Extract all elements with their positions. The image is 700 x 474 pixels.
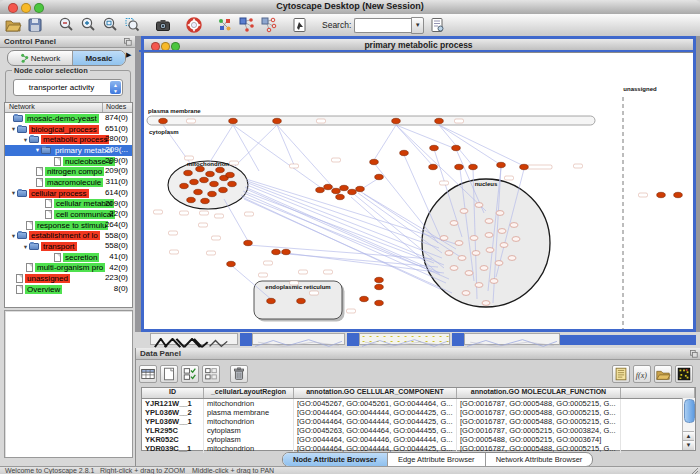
graph-node[interactable]	[267, 298, 276, 303]
tab-edge-attribute-browser[interactable]: Edge Attribute Browser	[388, 453, 486, 466]
table-column-header[interactable]: _cellularLayoutRegion	[204, 388, 294, 398]
tree-row[interactable]: ▼cellular process614(0)	[5, 188, 132, 199]
tree-row[interactable]: unassigned223(0)	[5, 273, 132, 284]
graph-node-unhighlighted[interactable]	[440, 236, 448, 241]
table-cell[interactable]: [GO:0044464, GO:0044446, GO:0044444, G..…	[294, 435, 457, 444]
graph-node-unhighlighted[interactable]	[495, 261, 503, 266]
graph-node[interactable]	[190, 179, 199, 184]
table-cell[interactable]: plasma membrane	[204, 408, 294, 417]
table-scrollbar[interactable]: ▲ ▼	[682, 398, 695, 450]
help-lifebuoy-icon[interactable]	[185, 16, 203, 34]
graph-node[interactable]	[348, 189, 357, 194]
resize-grip-icon[interactable]	[691, 467, 699, 474]
tree-expander-icon[interactable]: ▼	[34, 147, 41, 153]
graph-node[interactable]	[282, 249, 291, 254]
graph-node-unhighlighted[interactable]	[485, 233, 493, 238]
graph-node-unhighlighted[interactable]	[512, 237, 520, 242]
graph-node[interactable]	[210, 181, 219, 186]
tree-expander-icon[interactable]: ▼	[10, 233, 17, 239]
graph-node-unhighlighted[interactable]	[458, 256, 466, 261]
table-cell[interactable]: [GO:0016787, GO:0005488, GO:0005215, G..…	[457, 408, 621, 417]
background-mini-window[interactable]	[464, 333, 560, 345]
tree-row[interactable]: mosaic-demo-yeast874(0)	[5, 113, 132, 124]
graph-node[interactable]	[201, 198, 210, 203]
vizmapper-icon[interactable]	[216, 16, 234, 34]
heatmap-icon[interactable]	[675, 365, 693, 383]
graph-node[interactable]	[196, 166, 205, 171]
table-cell[interactable]: [GO:0005488, GO:0005215, GO:0003674]	[457, 435, 621, 444]
tab-node-attribute-browser[interactable]: Node Attribute Browser	[283, 453, 388, 466]
table-row[interactable]: YPL036W__1mitochondrion[GO:0044464, GO:0…	[142, 417, 695, 426]
graph-node[interactable]	[356, 186, 365, 191]
table-cell[interactable]: YPL036W__2	[142, 408, 204, 417]
graph-node-unhighlighted[interactable]	[450, 266, 458, 271]
tab-network[interactable]: Network	[8, 51, 73, 65]
table-cell[interactable]: [GO:0016787, GO:0005488, GO:0005215, G..…	[457, 417, 621, 426]
graph-node[interactable]	[497, 162, 506, 167]
graph-node[interactable]	[370, 159, 379, 164]
search-input[interactable]	[354, 18, 411, 33]
graph-node[interactable]	[336, 194, 345, 199]
graph-node[interactable]	[187, 197, 196, 202]
graph-node-unhighlighted[interactable]	[482, 301, 490, 306]
float-panel-icon[interactable]	[124, 38, 132, 46]
batch-editor-icon[interactable]	[612, 365, 630, 383]
tree-row[interactable]: secretion41(0)	[5, 252, 132, 263]
graph-node-unhighlighted[interactable]	[455, 241, 463, 246]
tree-expander-icon[interactable]: ▼	[22, 137, 29, 143]
scroll-down-icon[interactable]: ▼	[683, 440, 694, 450]
graph-node[interactable]	[375, 277, 384, 282]
tree-row[interactable]: ▼biological_process651(0)	[5, 124, 132, 135]
table-cell[interactable]: YKR052C	[142, 435, 204, 444]
table-row[interactable]: YKR052Ccytoplasm[GO:0044464, GO:0044446,…	[142, 435, 695, 444]
background-mini-window[interactable]	[150, 333, 238, 345]
tree-row[interactable]: ▼transport558(0)	[5, 241, 132, 252]
background-mini-window[interactable]	[359, 333, 450, 345]
zoom-selected-region-icon[interactable]	[123, 16, 141, 34]
search-dropdown-arrow-icon[interactable]: ▼	[411, 17, 424, 34]
graph-node-unhighlighted[interactable]	[490, 279, 498, 284]
table-cell[interactable]: [GO:0016787, GO:0005488, GO:0005215, G..…	[457, 399, 621, 408]
table-cell[interactable]: [GO:0044464, GO:0044444, GO:0044425, G..…	[294, 417, 457, 426]
zoom-fit-icon[interactable]	[101, 16, 119, 34]
graph-node-unhighlighted[interactable]	[508, 256, 516, 261]
graph-node[interactable]	[180, 183, 189, 188]
graph-node[interactable]	[360, 296, 369, 301]
save-session-icon[interactable]	[26, 16, 44, 34]
tree-row[interactable]: cell communicat22(0)	[5, 209, 132, 220]
tab-overflow-arrow-icon[interactable]: ▶	[126, 51, 131, 59]
table-column-header[interactable]: annotation.GO CELLULAR_COMPONENT	[294, 388, 457, 398]
graph-node[interactable]	[219, 187, 228, 192]
graph-node[interactable]	[226, 172, 235, 177]
graph-node[interactable]	[455, 164, 464, 169]
graph-node[interactable]	[159, 118, 168, 123]
snapshot-camera-icon[interactable]	[154, 16, 172, 34]
table-row[interactable]: YJR121W__1mitochondrion[GO:0045267, GO:0…	[142, 399, 695, 408]
graph-node[interactable]	[228, 181, 237, 186]
graph-node[interactable]	[208, 191, 217, 196]
table-cell[interactable]: YJR121W__1	[142, 399, 204, 408]
graph-node[interactable]	[206, 171, 215, 176]
zoom-in-icon[interactable]	[79, 16, 97, 34]
table-column-header[interactable]: annotation.GO MOLECULAR_FUNCTION	[457, 388, 621, 398]
graph-node-unhighlighted[interactable]	[470, 236, 478, 241]
graph-node-unhighlighted[interactable]	[475, 203, 483, 208]
graph-node[interactable]	[229, 118, 238, 123]
new-attribute-icon[interactable]	[160, 365, 178, 383]
table-cell[interactable]: cytoplasm	[204, 435, 294, 444]
graph-node[interactable]	[469, 164, 478, 169]
table-cell[interactable]: YLR295C	[142, 426, 204, 435]
graph-node[interactable]	[674, 192, 683, 197]
tree-row[interactable]: nucleobase-c209(0)	[5, 156, 132, 167]
graph-node-unhighlighted[interactable]	[486, 248, 494, 253]
table-row[interactable]: YPL036W__2plasma membrane[GO:0044464, GO…	[142, 408, 695, 417]
graph-node[interactable]	[273, 118, 282, 123]
graph-node[interactable]	[375, 284, 384, 289]
graph-node[interactable]	[200, 177, 209, 182]
tab-network-attribute-browser[interactable]: Network Attribute Browser	[486, 453, 593, 466]
graph-node[interactable]	[216, 167, 225, 172]
tree-row[interactable]: response to stimulu264(0)	[5, 220, 132, 231]
tree-row[interactable]: ▼metabolic process280(0)	[5, 134, 132, 145]
table-column-header[interactable]: ID	[142, 388, 204, 398]
graph-node[interactable]	[435, 118, 444, 123]
